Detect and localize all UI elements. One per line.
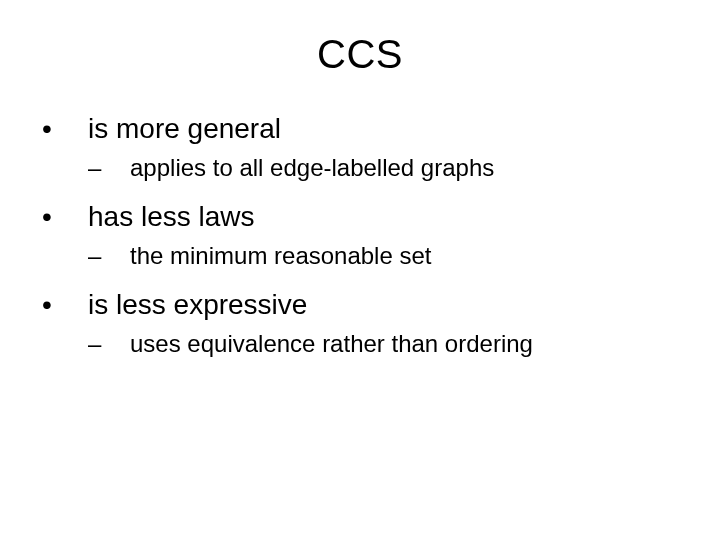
slide: CCS • is more general – applies to all e…: [0, 0, 720, 540]
list-item-text: is more general: [88, 111, 281, 146]
sub-list-item: – the minimum reasonable set: [88, 240, 684, 271]
sub-list-item: – uses equivalence rather than ordering: [88, 328, 684, 359]
list-item: • is more general: [42, 111, 684, 146]
sub-list-item-text: applies to all edge-labelled graphs: [130, 152, 494, 183]
sub-list-item-text: the minimum reasonable set: [130, 240, 431, 271]
sub-list-item-text: uses equivalence rather than ordering: [130, 328, 533, 359]
list-item-text: has less laws: [88, 199, 255, 234]
dash-icon: –: [88, 153, 130, 183]
sub-list-item: – applies to all edge-labelled graphs: [88, 152, 684, 183]
dash-icon: –: [88, 329, 130, 359]
slide-title: CCS: [36, 32, 684, 77]
bullet-icon: •: [42, 112, 88, 146]
list-item: • has less laws: [42, 199, 684, 234]
bullet-icon: •: [42, 288, 88, 322]
list-item-text: is less expressive: [88, 287, 307, 322]
bullet-icon: •: [42, 200, 88, 234]
dash-icon: –: [88, 241, 130, 271]
list-item: • is less expressive: [42, 287, 684, 322]
